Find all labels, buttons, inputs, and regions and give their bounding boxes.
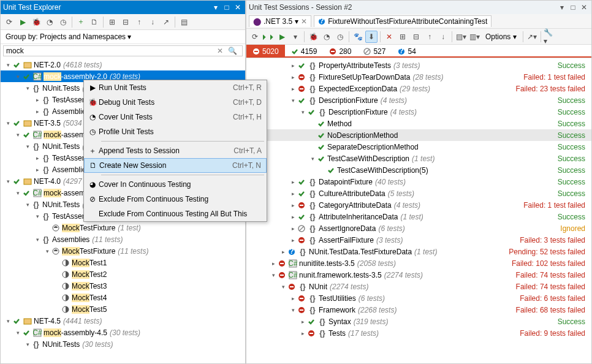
layout-icon[interactable]: ▤ (178, 16, 190, 28)
debug-icon[interactable]: 🐞 (307, 31, 319, 43)
dropdown-icon[interactable]: ▾ (211, 2, 221, 12)
options-dropdown[interactable]: Options ▾ (482, 31, 520, 42)
tree-row[interactable]: ▾{}NUnit.Tests(30 tests) (1, 338, 245, 350)
refresh-icon[interactable]: ⟳ (249, 31, 261, 43)
menu-item[interactable]: ▶Run Unit TestsCtrl+T, R (84, 80, 267, 95)
status-filter[interactable]: ?54 (392, 45, 422, 58)
tree-row[interactable]: ▸{}CategoryAttributeData(4 tests)Failed:… (246, 199, 591, 211)
tree-row[interactable]: ▾{}DescriptionFixture(4 tests)Success (246, 94, 591, 106)
add-icon[interactable]: ＋ (75, 16, 87, 28)
menu-item[interactable]: ◔Cover Unit TestsCtrl+T, H (84, 110, 267, 124)
tree-row[interactable]: ▸{}AssertIgnoreData(6 tests)Ignored (246, 222, 591, 234)
expand-icon[interactable]: ▸ (299, 319, 306, 325)
expand-icon[interactable]: ▸ (289, 214, 297, 220)
export-icon[interactable]: ↗ (160, 16, 172, 28)
expand-icon[interactable]: ▾ (24, 85, 31, 91)
tree-row[interactable]: ▾MockTestFixture(11 tests) (1, 245, 245, 257)
close-icon[interactable]: ✕ (233, 2, 243, 12)
dropdown-icon[interactable]: ▾ (557, 2, 567, 12)
status-filter[interactable]: 527 (357, 45, 392, 58)
play-icon[interactable]: ▶ (276, 31, 288, 43)
close-icon[interactable]: ✕ (579, 2, 589, 12)
remove-icon[interactable]: ✕ (383, 31, 395, 43)
status-filter[interactable]: 5020 (246, 45, 285, 58)
tree-row[interactable]: ▸{}CultureAttributeData(5 tests)Success (246, 188, 591, 199)
tree-row[interactable]: ▸{}Syntax(319 tests)Success (246, 316, 591, 327)
expand-icon[interactable]: ▾ (34, 213, 41, 219)
maximize-icon[interactable]: □ (222, 2, 232, 12)
tree-row[interactable]: ▸{}AttributeInheritanceData(1 test)Succe… (246, 211, 591, 222)
tree-row[interactable]: MockTest4 (1, 292, 245, 303)
group-by-dropdown[interactable]: Group by: Projects and Namespaces ▾ (1, 30, 245, 44)
refresh-icon[interactable]: ⟳ (3, 16, 15, 28)
tree-row[interactable]: ▸{}AssertFailFixture(3 tests)Failed: 3 t… (246, 234, 591, 246)
tree-row[interactable]: ▸{}DatapointFixture(40 tests)Success (246, 176, 591, 188)
expand-icon[interactable]: ▾ (24, 202, 31, 208)
tree-row[interactable]: ▸{}PropertyAttributeTests(3 tests)Succes… (246, 59, 591, 71)
maximize-icon[interactable]: □ (568, 2, 578, 12)
expand-icon[interactable]: ▾ (4, 120, 12, 126)
down-icon[interactable]: ↓ (437, 31, 449, 43)
expand-icon[interactable]: ▸ (289, 202, 297, 208)
search-icon[interactable]: 🔍 (226, 47, 240, 55)
tree-row[interactable]: ▾{}NUnit(2274 tests)Failed: 74 tests fai… (246, 281, 591, 292)
tree-row[interactable]: ▸C#nunitlite.tests-3.5(2058 tests)Failed… (246, 257, 591, 269)
expand-icon[interactable]: ▾ (24, 143, 31, 150)
expand-icon[interactable]: ▾ (4, 62, 12, 68)
tree-row[interactable]: MockTest1 (1, 257, 245, 268)
menu-item[interactable]: ◕Cover In Continuous Testing (84, 177, 267, 192)
profile-icon[interactable]: ◷ (334, 31, 346, 43)
track-icon[interactable]: 🐾 (352, 31, 364, 43)
expand-icon[interactable]: ▸ (34, 108, 41, 115)
up-icon[interactable]: ↑ (133, 16, 145, 28)
expand-icon[interactable]: ▾ (14, 190, 21, 196)
tree-row[interactable]: ▸{}FixtureSetUpTearDownData(28 tests)Fai… (246, 71, 591, 83)
tree-row[interactable]: ▾TestCaseWithDescription(1 test)Success (246, 153, 591, 164)
expand-icon[interactable]: ▸ (279, 249, 287, 255)
expand-icon[interactable]: ▾ (299, 109, 306, 115)
expand-icon[interactable]: ▾ (14, 330, 21, 336)
expand-icon[interactable]: ▸ (289, 226, 297, 232)
tree-row[interactable]: MockTestFixture(1 test) (1, 222, 245, 233)
status-filter[interactable]: 4159 (285, 45, 324, 58)
tree-row[interactable]: TestCaseWithDescription(5)Success (246, 164, 591, 176)
session-tab[interactable]: ⬤.NET 3.5▾✕ (249, 15, 311, 27)
expand-all-icon[interactable]: ⊞ (106, 16, 118, 28)
expand-icon[interactable]: ▸ (270, 260, 277, 267)
group-icon[interactable]: ▤▾ (455, 31, 467, 43)
expand-icon[interactable]: ▾ (4, 178, 12, 184)
tree-row[interactable]: ▾C#mock-assembly-4.5(30 tests) (1, 327, 245, 338)
expand-icon[interactable]: ▸ (289, 74, 297, 80)
expand-icon[interactable]: ▾ (270, 272, 277, 278)
tree-row[interactable]: ▾{}Assemblies(11 tests) (1, 233, 245, 245)
layout-icon[interactable]: ▥▾ (468, 31, 480, 43)
expand-icon[interactable]: ▸ (289, 191, 297, 197)
collapse-all-icon[interactable]: ⊟ (410, 31, 422, 43)
menu-item[interactable]: ⊘Exclude From Continuous Testing (84, 192, 267, 207)
tree-row[interactable]: ▾C#nunit.framework.tests-3.5(2274 tests)… (246, 269, 591, 281)
profile-icon[interactable]: ◷ (57, 16, 69, 28)
expand-icon[interactable]: ▾ (279, 284, 287, 290)
expand-icon[interactable]: ▸ (299, 330, 306, 336)
expand-icon[interactable]: ▾ (14, 132, 21, 138)
tree-row[interactable]: ▸{}TestUtilities(6 tests)Failed: 6 tests… (246, 292, 591, 304)
collapse-all-icon[interactable]: ⊟ (120, 16, 132, 28)
tree-row[interactable]: ▾{}DescriptionFixture(4 tests)Success (246, 106, 591, 118)
menu-item[interactable]: 🐞Debug Unit TestsCtrl+T, D (84, 95, 267, 110)
tree-row[interactable]: MockTest3 (1, 280, 245, 292)
expand-icon[interactable]: ▸ (289, 237, 297, 243)
expand-icon[interactable]: ▸ (289, 86, 297, 92)
sessions-tree[interactable]: ▸{}PropertyAttributeTests(3 tests)Succes… (246, 58, 591, 363)
expand-icon[interactable]: ▾ (34, 237, 41, 243)
tree-row[interactable]: ▸?{}NUnit.TestData.TestFixtureData(1 tes… (246, 246, 591, 257)
tree-row[interactable]: ▸{}Tests(17 tests)Failed: 9 tests failed (246, 327, 591, 339)
menu-item[interactable]: ◷Profile Unit Tests (84, 124, 267, 139)
auto-scroll-icon[interactable]: ⬇ (365, 31, 378, 43)
menu-item[interactable]: 🗋Create New SessionCtrl+T, N (84, 158, 267, 173)
clear-search-icon[interactable]: ✕ (214, 47, 226, 55)
tab-close-icon[interactable]: ✕ (301, 17, 307, 26)
play-all-icon[interactable]: ⏵⏵ (262, 31, 275, 43)
search-input[interactable] (6, 47, 214, 55)
expand-icon[interactable]: ▾ (289, 307, 297, 313)
expand-all-icon[interactable]: ⊞ (397, 31, 409, 43)
